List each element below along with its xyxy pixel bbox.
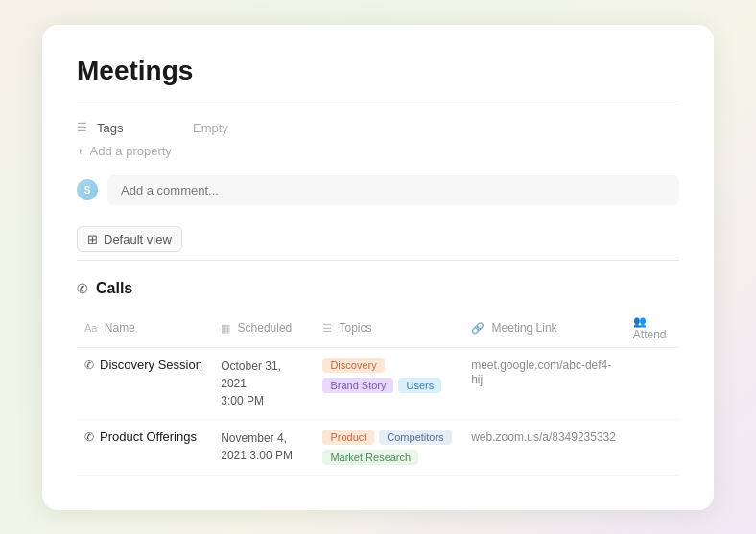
comment-input[interactable] bbox=[107, 175, 679, 205]
link-icon: 🔗 bbox=[471, 322, 484, 335]
table-header-row: Aa Name ▦ Scheduled ☰ Topics 🔗 Meeting L… bbox=[77, 309, 679, 348]
cell-scheduled: November 4,2021 3:00 PM bbox=[213, 419, 315, 475]
tags-value: Empty bbox=[193, 121, 228, 135]
add-property-button[interactable]: + Add a property bbox=[77, 144, 679, 158]
table-row: ✆Product OfferingsNovember 4,2021 3:00 P… bbox=[77, 419, 679, 475]
tag-users[interactable]: Users bbox=[398, 378, 441, 393]
tags-icon: ☰ bbox=[77, 121, 87, 134]
col-header-link: 🔗 Meeting Link bbox=[463, 309, 626, 348]
calendar-icon: ▦ bbox=[221, 322, 230, 335]
col-header-name: Aa Name bbox=[77, 309, 213, 348]
cell-link: web.zoom.us/a/8349235332 bbox=[463, 419, 626, 475]
tag-market-research[interactable]: Market Research bbox=[322, 450, 418, 465]
scheduled-date: November 4,2021 3:00 PM bbox=[221, 430, 307, 464]
list-icon: ☰ bbox=[322, 322, 332, 335]
meeting-title[interactable]: Discovery Session bbox=[100, 358, 202, 372]
default-view-label: Default view bbox=[104, 232, 172, 246]
avatar: S bbox=[77, 179, 98, 200]
add-property-label: Add a property bbox=[90, 144, 172, 158]
tag-brand-story[interactable]: Brand Story bbox=[322, 378, 393, 393]
meeting-title[interactable]: Product Offerings bbox=[100, 430, 197, 444]
add-icon: + bbox=[77, 144, 84, 158]
section-title: Calls bbox=[96, 280, 132, 297]
calls-section-header: ✆ Calls bbox=[77, 280, 679, 297]
page-title: Meetings bbox=[77, 56, 679, 86]
phone-row-icon: ✆ bbox=[84, 359, 94, 372]
view-bar: ⊞ Default view bbox=[77, 226, 679, 261]
aa-icon: Aa bbox=[84, 322, 97, 334]
calls-table: Aa Name ▦ Scheduled ☰ Topics 🔗 Meeting L… bbox=[77, 309, 679, 476]
people-icon: 👥 bbox=[633, 315, 647, 328]
properties-section: ☰ Tags Empty + Add a property bbox=[77, 104, 679, 158]
meeting-link[interactable]: web.zoom.us/a/8349235332 bbox=[471, 430, 616, 444]
col-header-attendees: 👥 Attend bbox=[626, 309, 679, 348]
main-card: Meetings ☰ Tags Empty + Add a property S… bbox=[42, 25, 714, 510]
cell-attendees bbox=[626, 347, 679, 419]
phone-icon: ✆ bbox=[77, 281, 88, 296]
cell-topics: ProductCompetitorsMarket Research bbox=[315, 419, 463, 475]
table-row: ✆Discovery SessionOctober 31, 20213:00 P… bbox=[77, 347, 679, 419]
col-header-topics: ☰ Topics bbox=[315, 309, 463, 348]
cell-scheduled: October 31, 20213:00 PM bbox=[213, 347, 315, 419]
comment-section: S bbox=[77, 175, 679, 205]
cell-name: ✆Discovery Session bbox=[77, 347, 213, 419]
tag-competitors[interactable]: Competitors bbox=[379, 430, 451, 445]
cell-name: ✆Product Offerings bbox=[77, 419, 213, 475]
tags-label: Tags bbox=[97, 121, 183, 135]
phone-row-icon: ✆ bbox=[84, 430, 94, 444]
tag-product[interactable]: Product bbox=[322, 430, 374, 445]
tags-property-row: ☰ Tags Empty bbox=[77, 116, 679, 140]
avatar-initials: S bbox=[84, 185, 91, 196]
default-view-tab[interactable]: ⊞ Default view bbox=[77, 226, 182, 252]
col-header-scheduled: ▦ Scheduled bbox=[213, 309, 315, 348]
tag-discovery[interactable]: Discovery bbox=[322, 358, 384, 373]
cell-link: meet.google.com/abc-def4-hij bbox=[463, 347, 626, 419]
cell-topics: DiscoveryBrand StoryUsers bbox=[315, 347, 463, 419]
cell-attendees bbox=[626, 419, 679, 475]
meeting-link[interactable]: meet.google.com/abc-def4-hij bbox=[471, 359, 611, 386]
table-view-icon: ⊞ bbox=[87, 232, 98, 246]
scheduled-date: October 31, 20213:00 PM bbox=[221, 358, 307, 409]
